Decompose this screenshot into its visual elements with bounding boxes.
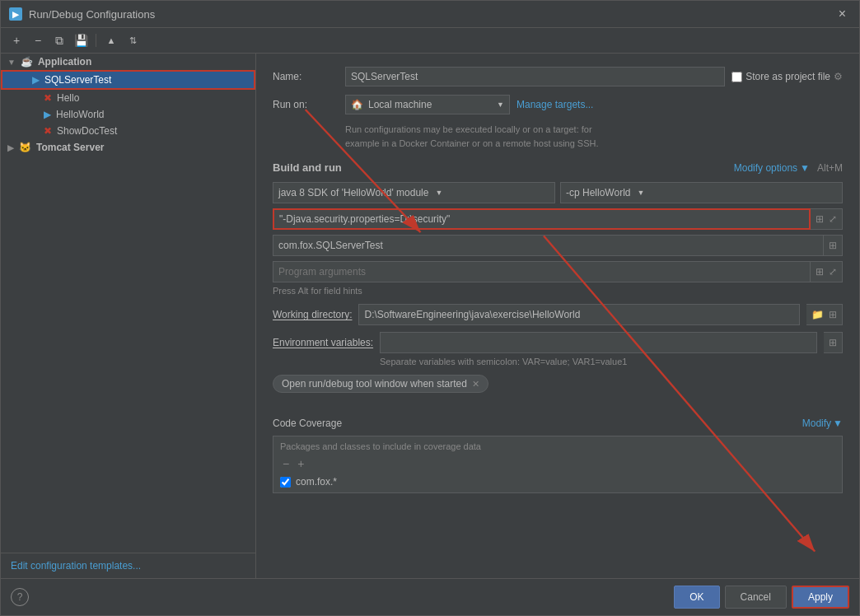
working-dir-macro-button[interactable]: ⊞	[827, 308, 839, 321]
coverage-modify-label: Modify	[802, 418, 831, 429]
sidebar-group-application[interactable]: ▼ ☕ Application	[1, 54, 255, 70]
close-button[interactable]: ×	[834, 6, 851, 22]
sidebar-item-hello-label: Hello	[57, 92, 79, 104]
settings-icon[interactable]: ⚙	[834, 71, 843, 82]
remove-config-button[interactable]: −	[29, 31, 47, 49]
sidebar-item-helloworld[interactable]: ▶ HelloWorld	[1, 106, 255, 123]
add-config-button[interactable]: +	[7, 31, 26, 49]
cp-dropdown[interactable]: -cp HelloWorld ▼	[560, 182, 843, 203]
coverage-modify-arrow: ▼	[833, 418, 843, 429]
copy-config-button[interactable]: ⧉	[50, 31, 68, 49]
apply-button[interactable]: Apply	[792, 586, 849, 609]
env-vars-input[interactable]	[380, 332, 817, 353]
sdk-value: java 8 SDK of 'HelloWorld' module	[278, 187, 428, 198]
coverage-item-checkbox[interactable]	[280, 477, 291, 488]
build-run-section-header: Build and run Modify options ▼ Alt+M	[273, 161, 843, 174]
sidebar-group-tomcat-label: Tomcat Server	[36, 142, 104, 153]
sidebar-group-application-label: Application	[38, 56, 91, 68]
application-group-icon: ☕	[21, 56, 33, 68]
env-vars-browse-button[interactable]: ⊞	[827, 336, 839, 349]
main-class-browse-button[interactable]: ⊞	[827, 239, 839, 252]
coverage-item-label: com.fox.*	[296, 476, 337, 488]
error-icon-hello: ✖	[44, 92, 52, 104]
open-tool-window-checkbox-tag[interactable]: Open run/debug tool window when started …	[273, 375, 488, 393]
name-row: Name: Store as project file ⚙	[273, 67, 843, 86]
vm-options-row: ⊞ ⤢	[273, 208, 843, 230]
run-on-dropdown[interactable]: 🏠 Local machine ▼	[345, 95, 510, 114]
env-vars-row: Environment variables: ⊞	[273, 332, 843, 353]
sdk-cp-row: java 8 SDK of 'HelloWorld' module ▼ -cp …	[273, 182, 843, 203]
sdk-dropdown[interactable]: java 8 SDK of 'HelloWorld' module ▼	[273, 182, 555, 203]
dropdown-arrow: ▼	[497, 100, 504, 109]
sidebar-item-showdoctest-label: ShowDocTest	[57, 125, 117, 137]
remove-open-tool-window-button[interactable]: ✕	[472, 379, 479, 390]
sidebar-item-hello[interactable]: ✖ Hello	[1, 90, 255, 106]
coverage-desc: Packages and classes to include in cover…	[280, 441, 835, 451]
right-panel-wrapper: Name: Store as project file ⚙ Run on: 🏠 …	[256, 54, 859, 578]
coverage-modify-link[interactable]: Modify ▼	[802, 418, 843, 429]
cp-value: -cp HelloWorld	[566, 187, 630, 198]
sidebar: ▼ ☕ Application ▶ SQLServerTest ✖ Hello …	[1, 54, 256, 578]
coverage-toolbar: − +	[280, 456, 835, 471]
working-dir-row: Working directory: 📁 ⊞	[273, 304, 843, 325]
sidebar-item-showdoctest[interactable]: ✖ ShowDocTest	[1, 123, 255, 139]
edit-config-templates-link[interactable]: Edit configuration templates...	[1, 553, 255, 578]
run-on-row: Run on: 🏠 Local machine ▼ Manage targets…	[273, 95, 843, 114]
prog-args-icons: ⊞ ⤢	[811, 261, 843, 282]
main-class-row: ⊞	[273, 235, 843, 256]
env-vars-icons: ⊞	[824, 332, 843, 353]
coverage-remove-button[interactable]: −	[280, 456, 292, 471]
store-as-project-file-label: Store as project file	[745, 71, 830, 82]
prog-args-input[interactable]	[273, 261, 811, 282]
run-icon-sqlservertest: ▶	[32, 74, 40, 86]
working-dir-input[interactable]	[358, 304, 800, 325]
dialog-title: Run/Debug Configurations	[29, 8, 155, 21]
bottom-buttons: OK Cancel Apply	[674, 586, 849, 609]
modify-options-label: Modify options	[734, 162, 797, 174]
coverage-box: Packages and classes to include in cover…	[273, 436, 843, 493]
sort-button[interactable]: ⇅	[124, 31, 142, 49]
vm-options-input[interactable]	[273, 208, 811, 230]
name-input[interactable]	[345, 67, 725, 86]
working-dir-folder-button[interactable]: 📁	[810, 308, 825, 321]
code-coverage-section: Code Coverage Modify ▼ Packages and clas…	[273, 418, 843, 493]
run-debug-dialog: ▶ Run/Debug Configurations × + − ⧉ 💾 ▲ ⇅…	[0, 0, 860, 616]
coverage-add-button[interactable]: +	[295, 456, 306, 471]
sdk-dropdown-arrow: ▼	[435, 189, 442, 197]
coverage-title: Code Coverage	[273, 418, 342, 429]
sidebar-item-sqlservertest[interactable]: ▶ SQLServerTest	[1, 70, 255, 90]
cp-dropdown-arrow: ▼	[637, 189, 644, 197]
store-as-project-file-row: Store as project file ⚙	[731, 71, 843, 82]
modify-options-link[interactable]: Modify options ▼ Alt+M	[734, 162, 843, 174]
run-on-label: Run on:	[273, 99, 339, 110]
main-class-input[interactable]	[273, 235, 824, 256]
prog-args-external-button[interactable]: ⤢	[827, 265, 839, 278]
modify-shortcut: Alt+M	[817, 162, 843, 174]
open-tool-window-label: Open run/debug tool window when started	[282, 378, 467, 390]
main-content: ▼ ☕ Application ▶ SQLServerTest ✖ Hello …	[1, 54, 859, 578]
vm-expand-button[interactable]: ⊞	[814, 212, 825, 226]
vm-external-button[interactable]: ⤢	[827, 212, 839, 226]
separator-hint: Separate variables with semicolon: VAR=v…	[380, 357, 843, 366]
coverage-item: com.fox.*	[280, 476, 835, 488]
help-button[interactable]: ?	[11, 588, 29, 606]
error-icon-showdoctest: ✖	[44, 125, 52, 137]
dialog-icon: ▶	[9, 7, 22, 21]
coverage-header: Code Coverage Modify ▼	[273, 418, 843, 429]
cancel-button[interactable]: Cancel	[725, 586, 787, 609]
run-icon-helloworld: ▶	[44, 109, 51, 120]
move-up-button[interactable]: ▲	[102, 31, 120, 49]
sidebar-group-tomcat[interactable]: ▶ 🐱 Tomcat Server	[1, 139, 255, 156]
alt-hint: Press Alt for field hints	[273, 286, 843, 296]
working-dir-icons: 📁 ⊞	[806, 304, 843, 325]
save-config-button[interactable]: 💾	[72, 31, 90, 49]
title-bar: ▶ Run/Debug Configurations ×	[1, 1, 859, 28]
bottom-bar: ? OK Cancel Apply	[1, 578, 859, 615]
manage-targets-link[interactable]: Manage targets...	[516, 99, 593, 110]
run-on-value: Local machine	[368, 99, 432, 110]
prog-args-expand-button[interactable]: ⊞	[814, 265, 825, 278]
store-as-project-file-checkbox[interactable]	[731, 72, 742, 82]
ok-button[interactable]: OK	[674, 586, 719, 609]
prog-args-row: ⊞ ⤢	[273, 261, 843, 282]
expand-arrow-tomcat: ▶	[7, 143, 14, 152]
